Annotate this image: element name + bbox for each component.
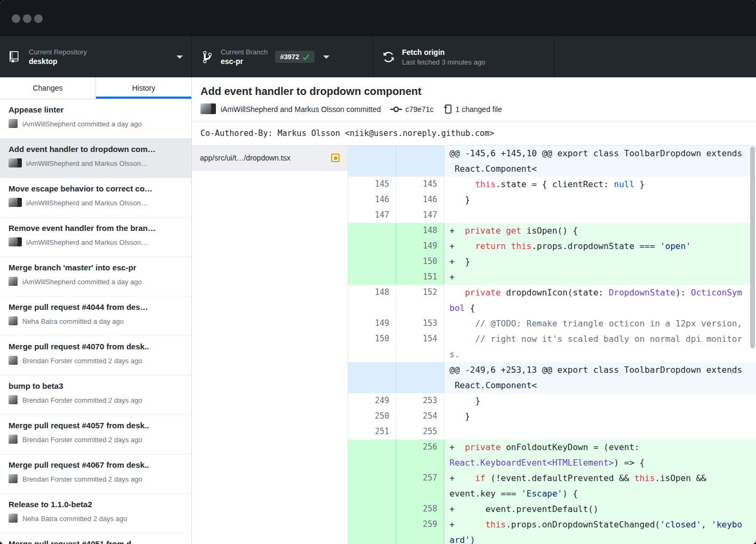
tab-history[interactable]: History [95,77,191,99]
changed-files-count: 1 changed file [455,105,502,114]
commit-list-item[interactable]: Appease linteriAmWillShepherd committed … [0,99,191,139]
commit-list-item[interactable]: Merge pull request #4067 from desk..Bren… [0,454,191,494]
diff-line: 148152 private dropdownIcon(state: Dropd… [348,285,756,316]
commit-item-meta: iAmWillShepherd and Markus Olsson… [9,198,183,207]
avatar [9,198,22,207]
diff-line-code: @@ -249,6 +253,13 @@ export class Toolba… [444,362,756,393]
commit-sha: c79e71c [405,105,433,114]
avatar [9,395,18,405]
diff-line-code: @@ -145,6 +145,10 @@ export class Toolba… [444,146,756,177]
commit-list-item[interactable]: Merge pull request #4070 from desk..Bren… [0,336,191,375]
diff-line: 148+ private get isOpen() { [348,223,756,238]
diff-line-code: private dropdownIcon(state: DropdownStat… [444,285,756,316]
diff-line-code: + event.preventDefault() [444,501,756,517]
old-line-number: 251 [348,424,396,439]
pr-status-badge: #3972 [275,51,315,63]
commit-list-item[interactable]: Merge pull request #4051 from d… [0,533,191,544]
diff-scrollbar[interactable] [750,147,755,348]
new-line-number: 145 [396,177,444,192]
old-line-number [348,501,396,517]
commit-item-title: Merge pull request #4044 from des… [9,301,183,313]
new-line-number: 256 [396,439,444,470]
new-line-number: 254 [396,409,444,424]
new-line-number: 150 [396,254,444,269]
repository-label: Current Repository [29,47,87,57]
commit-list-item[interactable]: bump to beta3Brendan Forster committed 2… [0,375,191,415]
commit-item-title: Release to 1.1.0-beta2 [9,499,183,510]
commit-item-title: Merge pull request #4067 from desk.. [9,459,183,470]
diff-line: 147147 [348,207,756,223]
diff-line-code: + private onFoldoutKeyDown = (event: Rea… [444,439,756,470]
new-line-number: 152 [396,285,444,316]
commit-header: Add event handler to dropdown component … [192,77,756,122]
commit-item-title: Move escape behavior to correct co… [9,183,183,194]
zoom-window-button[interactable] [34,14,43,23]
avatar [9,119,18,129]
branch-name: esc-pr [221,57,268,67]
avatar [9,474,18,484]
new-line-number [396,146,444,177]
tab-changes[interactable]: Changes [0,77,95,99]
old-line-number: 147 [348,207,396,223]
repo-icon [9,51,22,63]
file-path: app/src/ui/t…/dropdown.tsx [200,154,291,162]
git-commit-icon [390,105,402,114]
file-list-item[interactable]: app/src/ui/t…/dropdown.tsx [192,146,348,171]
commit-item-meta: Brendan Forster committed 2 days ago [9,474,183,484]
old-line-number [348,362,396,393]
diff-line-code: this.state = { clientRect: null } [444,177,756,192]
diff-line-code: + if (!event.defaultPrevented && this.is… [444,470,756,501]
old-line-number: 148 [348,285,396,316]
diff-line: 259+ this.props.onDropdownStateChanged('… [348,517,756,544]
new-line-number: 255 [396,424,444,439]
commit-authors-avatars [200,103,216,115]
commit-list-item[interactable]: Merge pull request #4057 from desk..Bren… [0,415,191,454]
commit-list-item[interactable]: Release to 1.1.0-beta2Neha Batra committ… [0,494,191,533]
commit-list-item[interactable]: Remove event handler from the bran…iAmWi… [0,218,191,257]
commit-list: Appease linteriAmWillShepherd committed … [0,99,191,544]
sidebar-tabs: Changes History [0,77,191,99]
new-line-number: 147 [396,207,444,223]
commit-item-title: Merge pull request #4051 from d… [9,538,183,544]
avatar [9,514,18,523]
diff-line-code: // @TODO: Remake triangle octicon in a 1… [444,316,756,331]
commit-list-item[interactable]: Merge pull request #4044 from des…Neha B… [0,297,191,336]
diff-line: 151+ [348,269,756,285]
diff-line-code: + private get isOpen() { [444,223,756,238]
fetch-origin-button[interactable]: Fetch origin Last fetched 3 minutes ago [373,36,554,77]
new-line-number: 151 [396,269,444,285]
diff-line: 149+ return this.props.dropdownState ===… [348,238,756,254]
old-line-number [348,146,396,177]
diff-line-code: + [444,269,756,285]
commit-authors-line: iAmWillShepherd and Markus Olsson commit… [221,105,381,114]
commit-list-item[interactable]: Merge branch 'master' into esc-priAmWill… [0,257,191,297]
commit-item-title: Merge branch 'master' into esc-pr [9,262,183,273]
branch-label: Current Branch [221,47,268,57]
git-branch-icon [200,50,214,64]
close-window-button[interactable] [12,14,20,23]
active-tab-underline [96,97,191,99]
avatar [9,356,18,365]
minimize-window-button[interactable] [23,14,31,23]
commit-item-meta: Neha Batra committed a day ago [9,316,183,326]
new-line-number: 153 [396,316,444,331]
old-line-number [348,223,396,238]
diff-view: @@ -145,6 +145,10 @@ export class Toolba… [348,146,756,544]
commit-description: Co-Authored-By: Markus Olsson <niik@user… [192,122,756,146]
diff-line: 150+ } [348,254,756,269]
new-line-number: 258 [396,501,444,517]
current-branch-button[interactable]: Current Branch esc-pr #3972 [192,36,373,77]
old-line-number: 250 [348,409,396,424]
commit-list-item[interactable]: Add event handler to dropdown com…iAmWil… [0,139,191,178]
old-line-number [348,470,396,501]
commit-list-item[interactable]: Move escape behavior to correct co…iAmWi… [0,178,191,218]
fetch-title: Fetch origin [402,47,485,58]
commit-item-meta: iAmWillShepherd committed a day ago [9,277,183,286]
sidebar: Changes History Appease linteriAmWillShe… [0,77,192,544]
commit-item-title: Merge pull request #4057 from desk.. [9,420,183,431]
current-repository-button[interactable]: Current Repository desktop [0,36,192,77]
diff-line-code: } [444,409,756,424]
commit-item-title: bump to beta3 [9,380,183,391]
new-line-number: 146 [396,192,444,207]
fetch-subtitle: Last fetched 3 minutes ago [402,58,485,67]
